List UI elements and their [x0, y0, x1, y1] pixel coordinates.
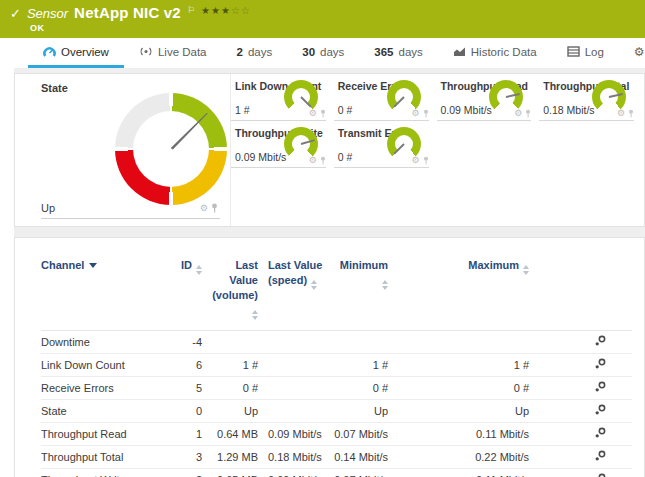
channel-settings-icon[interactable]	[595, 404, 606, 415]
status-badge: OK	[30, 23, 635, 33]
minimum-value: 0.14 Mbit/s	[332, 445, 396, 468]
maximum-value: Up	[396, 399, 541, 422]
last-value-speed: 0.09 Mbit/s	[262, 422, 332, 445]
channel-name[interactable]: Downtime	[41, 330, 166, 353]
tab-2-days[interactable]: 2 days	[222, 38, 288, 68]
table-row: Downtime -4	[41, 330, 632, 353]
minimum-value: 0 #	[332, 376, 396, 399]
last-value-speed	[262, 330, 332, 353]
channel-id: 1	[166, 422, 206, 445]
state-gauge-label: State	[41, 82, 68, 94]
channel-settings-cell	[541, 376, 632, 399]
pin-icon[interactable]	[320, 109, 326, 118]
sort-icon	[523, 265, 529, 275]
col-header-minimum[interactable]: Minimum	[332, 254, 396, 330]
channel-settings-icon[interactable]	[595, 427, 606, 438]
gear-icon: ⚙	[634, 46, 645, 58]
gear-icon[interactable]: ⚙	[617, 109, 625, 118]
tab-log[interactable]: Log	[552, 38, 619, 68]
gear-icon[interactable]: ⚙	[309, 109, 317, 118]
mini-gauge-tile[interactable]: Receive Errors 0 # ⚙	[334, 74, 429, 121]
last-value-volume: 1.29 MB	[206, 445, 262, 468]
state-gauge	[115, 93, 227, 205]
col-header-id[interactable]: ID	[166, 254, 206, 330]
channel-settings-icon[interactable]	[595, 473, 606, 477]
channel-id: 5	[166, 376, 206, 399]
last-value-volume: 0.64 MB	[206, 422, 262, 445]
gear-icon[interactable]: ⚙	[514, 109, 522, 118]
tab-365-days[interactable]: 365 days	[359, 38, 437, 68]
tile-value: 0 #	[338, 104, 353, 116]
log-icon	[567, 46, 580, 57]
tab-30-days[interactable]: 30 days	[287, 38, 359, 68]
priority-stars[interactable]: ★★★☆☆	[201, 5, 251, 16]
table-row: State 0 Up Up Up	[41, 399, 632, 422]
channels-table: Channel ID Last Value (volume) Last Valu…	[41, 254, 632, 477]
pin-icon[interactable]	[211, 203, 218, 213]
tile-value: 1 #	[235, 104, 250, 116]
channel-name[interactable]: Throughput Write	[41, 468, 166, 477]
mini-gauge-tile[interactable]: Throughput Total 0.18 Mbit/s ⚙	[539, 74, 634, 121]
channel-id: -4	[166, 330, 206, 353]
chart-icon	[453, 46, 466, 57]
pin-icon[interactable]	[628, 109, 634, 118]
tile-value: 0.09 Mbit/s	[441, 104, 492, 116]
mini-gauge-tile[interactable]: Link Down Count 1 # ⚙	[231, 74, 326, 121]
mini-gauge-tile[interactable]: Throughput Read 0.09 Mbit/s ⚙	[437, 74, 532, 121]
channel-name[interactable]: Throughput Total	[41, 445, 166, 468]
channel-name[interactable]: Throughput Read	[41, 422, 166, 445]
last-value-volume: 1 #	[206, 353, 262, 376]
channel-name[interactable]: State	[41, 399, 166, 422]
mini-gauge-grid: Link Down Count 1 # ⚙ Receive Errors 0 #…	[231, 74, 644, 226]
tab-live-data[interactable]: Live Data	[124, 38, 222, 68]
sort-icon	[382, 280, 388, 290]
minimum-value: 0.07 Mbit/s	[332, 468, 396, 477]
col-header-channel[interactable]: Channel	[41, 254, 166, 330]
channel-id: 3	[166, 445, 206, 468]
sort-icon	[311, 280, 317, 290]
channel-name[interactable]: Receive Errors	[41, 376, 166, 399]
tab-overview[interactable]: Overview	[28, 38, 124, 68]
last-value-volume: Up	[206, 399, 262, 422]
gear-icon[interactable]: ⚙	[411, 156, 419, 165]
channel-settings-icon[interactable]	[595, 381, 606, 392]
table-row: Throughput Write 2 0.65 MB 0.09 Mbit/s 0…	[41, 468, 632, 477]
last-value-speed	[262, 376, 332, 399]
pin-icon[interactable]	[320, 156, 326, 165]
gear-icon[interactable]: ⚙	[309, 156, 317, 165]
last-value-volume	[206, 330, 262, 353]
col-header-last-value-volume[interactable]: Last Value (volume)	[206, 254, 262, 330]
col-header-last-value-speed[interactable]: Last Value (speed)	[262, 254, 332, 330]
channel-id: 6	[166, 353, 206, 376]
maximum-value: 0.22 Mbit/s	[396, 445, 541, 468]
last-value-speed: 0.09 Mbit/s	[262, 468, 332, 477]
channel-settings-icon[interactable]	[595, 358, 606, 369]
tab-settings[interactable]: ⚙ Settings	[619, 38, 645, 68]
channel-settings-icon[interactable]	[595, 335, 606, 346]
tab-historic-data[interactable]: Historic Data	[438, 38, 552, 68]
channel-settings-cell	[541, 445, 632, 468]
state-gauge-value: Up	[41, 202, 220, 219]
maximum-value: 0.11 Mbit/s	[396, 468, 541, 477]
channel-id: 2	[166, 468, 206, 477]
gauge-icon	[43, 46, 56, 58]
maximum-value: 0 #	[396, 376, 541, 399]
channel-name[interactable]: Link Down Count	[41, 353, 166, 376]
flag-icon[interactable]: ⚐	[187, 5, 195, 15]
pin-icon[interactable]	[423, 156, 429, 165]
maximum-value: 0.11 Mbit/s	[396, 422, 541, 445]
pin-icon[interactable]	[423, 109, 429, 118]
gear-icon[interactable]: ⚙	[200, 204, 208, 213]
state-gauge-tile[interactable]: State Up ⚙	[15, 74, 231, 226]
mini-gauge-tile[interactable]: Transmit Errors 0 # ⚙	[334, 121, 429, 168]
maximum-value	[396, 330, 541, 353]
channel-settings-icon[interactable]	[595, 450, 606, 461]
last-value-speed	[262, 399, 332, 422]
mini-gauge-tile[interactable]: Throughput Write 0.09 Mbit/s ⚙	[231, 121, 326, 168]
col-header-maximum[interactable]: Maximum	[396, 254, 541, 330]
gauge-needle	[170, 112, 208, 150]
content-area: State Up ⚙ Link Down Coun	[14, 68, 645, 477]
pin-icon[interactable]	[525, 109, 531, 118]
minimum-value	[332, 330, 396, 353]
gear-icon[interactable]: ⚙	[411, 109, 419, 118]
